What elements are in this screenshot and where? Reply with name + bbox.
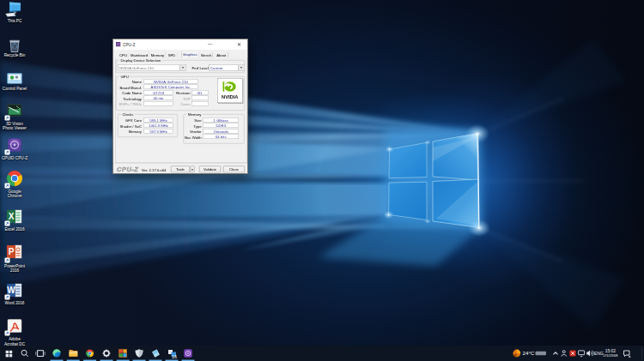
svg-text:W: W: [7, 286, 15, 295]
svg-text:P: P: [9, 247, 15, 256]
svg-text:NVIDIA: NVIDIA: [222, 94, 239, 99]
svg-text:16: 16: [172, 354, 177, 359]
svg-text:15:02: 15:02: [605, 349, 617, 353]
svg-text:ENG: ENG: [594, 351, 604, 356]
svg-text:X: X: [9, 212, 15, 221]
svg-text:24°C: 24°C: [523, 350, 535, 356]
svg-text:2/1/2568: 2/1/2568: [603, 353, 618, 358]
